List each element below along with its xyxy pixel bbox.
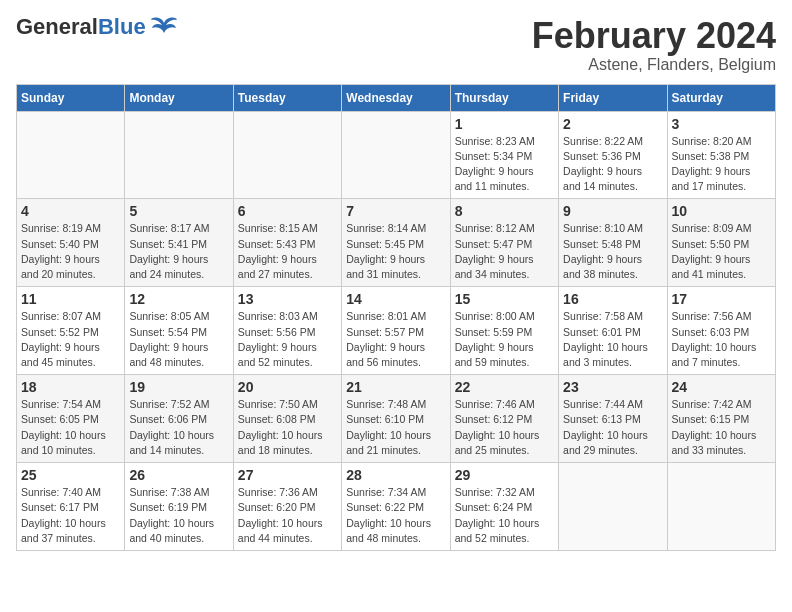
day-info: Sunrise: 7:54 AM Sunset: 6:05 PM Dayligh… (21, 397, 120, 458)
title-block: February 2024 Astene, Flanders, Belgium (532, 16, 776, 74)
day-number: 20 (238, 379, 337, 395)
day-info: Sunrise: 8:07 AM Sunset: 5:52 PM Dayligh… (21, 309, 120, 370)
calendar-cell: 25Sunrise: 7:40 AM Sunset: 6:17 PM Dayli… (17, 463, 125, 551)
logo-text: GeneralBlue (16, 16, 146, 38)
day-info: Sunrise: 8:15 AM Sunset: 5:43 PM Dayligh… (238, 221, 337, 282)
day-info: Sunrise: 7:46 AM Sunset: 6:12 PM Dayligh… (455, 397, 554, 458)
day-number: 4 (21, 203, 120, 219)
calendar-cell: 28Sunrise: 7:34 AM Sunset: 6:22 PM Dayli… (342, 463, 450, 551)
calendar-cell: 10Sunrise: 8:09 AM Sunset: 5:50 PM Dayli… (667, 199, 775, 287)
day-number: 6 (238, 203, 337, 219)
day-info: Sunrise: 8:03 AM Sunset: 5:56 PM Dayligh… (238, 309, 337, 370)
calendar-cell: 22Sunrise: 7:46 AM Sunset: 6:12 PM Dayli… (450, 375, 558, 463)
calendar-week-row: 18Sunrise: 7:54 AM Sunset: 6:05 PM Dayli… (17, 375, 776, 463)
day-number: 8 (455, 203, 554, 219)
calendar-cell (17, 111, 125, 199)
day-info: Sunrise: 7:52 AM Sunset: 6:06 PM Dayligh… (129, 397, 228, 458)
calendar-cell: 2Sunrise: 8:22 AM Sunset: 5:36 PM Daylig… (559, 111, 667, 199)
day-number: 16 (563, 291, 662, 307)
logo: GeneralBlue (16, 16, 178, 38)
calendar-cell: 18Sunrise: 7:54 AM Sunset: 6:05 PM Dayli… (17, 375, 125, 463)
calendar-cell (559, 463, 667, 551)
day-info: Sunrise: 8:09 AM Sunset: 5:50 PM Dayligh… (672, 221, 771, 282)
day-number: 12 (129, 291, 228, 307)
day-number: 5 (129, 203, 228, 219)
column-header-saturday: Saturday (667, 84, 775, 111)
day-info: Sunrise: 8:22 AM Sunset: 5:36 PM Dayligh… (563, 134, 662, 195)
column-header-thursday: Thursday (450, 84, 558, 111)
calendar-cell: 15Sunrise: 8:00 AM Sunset: 5:59 PM Dayli… (450, 287, 558, 375)
calendar-cell (233, 111, 341, 199)
calendar-week-row: 4Sunrise: 8:19 AM Sunset: 5:40 PM Daylig… (17, 199, 776, 287)
calendar-header-row: SundayMondayTuesdayWednesdayThursdayFrid… (17, 84, 776, 111)
calendar-cell (125, 111, 233, 199)
day-number: 13 (238, 291, 337, 307)
day-number: 9 (563, 203, 662, 219)
calendar-cell: 14Sunrise: 8:01 AM Sunset: 5:57 PM Dayli… (342, 287, 450, 375)
calendar-cell: 3Sunrise: 8:20 AM Sunset: 5:38 PM Daylig… (667, 111, 775, 199)
day-info: Sunrise: 7:44 AM Sunset: 6:13 PM Dayligh… (563, 397, 662, 458)
day-number: 28 (346, 467, 445, 483)
day-info: Sunrise: 7:42 AM Sunset: 6:15 PM Dayligh… (672, 397, 771, 458)
calendar-cell: 13Sunrise: 8:03 AM Sunset: 5:56 PM Dayli… (233, 287, 341, 375)
day-number: 25 (21, 467, 120, 483)
calendar-cell: 5Sunrise: 8:17 AM Sunset: 5:41 PM Daylig… (125, 199, 233, 287)
day-number: 24 (672, 379, 771, 395)
logo-blue: Blue (98, 14, 146, 39)
calendar-cell: 7Sunrise: 8:14 AM Sunset: 5:45 PM Daylig… (342, 199, 450, 287)
day-number: 17 (672, 291, 771, 307)
day-number: 11 (21, 291, 120, 307)
day-number: 26 (129, 467, 228, 483)
calendar-cell: 23Sunrise: 7:44 AM Sunset: 6:13 PM Dayli… (559, 375, 667, 463)
day-info: Sunrise: 7:56 AM Sunset: 6:03 PM Dayligh… (672, 309, 771, 370)
calendar-cell (342, 111, 450, 199)
calendar-cell: 4Sunrise: 8:19 AM Sunset: 5:40 PM Daylig… (17, 199, 125, 287)
column-header-monday: Monday (125, 84, 233, 111)
day-info: Sunrise: 8:14 AM Sunset: 5:45 PM Dayligh… (346, 221, 445, 282)
day-number: 2 (563, 116, 662, 132)
day-info: Sunrise: 7:34 AM Sunset: 6:22 PM Dayligh… (346, 485, 445, 546)
calendar-cell: 9Sunrise: 8:10 AM Sunset: 5:48 PM Daylig… (559, 199, 667, 287)
calendar-cell (667, 463, 775, 551)
day-info: Sunrise: 8:17 AM Sunset: 5:41 PM Dayligh… (129, 221, 228, 282)
day-number: 3 (672, 116, 771, 132)
day-number: 29 (455, 467, 554, 483)
calendar-cell: 20Sunrise: 7:50 AM Sunset: 6:08 PM Dayli… (233, 375, 341, 463)
day-number: 18 (21, 379, 120, 395)
day-info: Sunrise: 8:01 AM Sunset: 5:57 PM Dayligh… (346, 309, 445, 370)
day-info: Sunrise: 8:23 AM Sunset: 5:34 PM Dayligh… (455, 134, 554, 195)
day-info: Sunrise: 7:58 AM Sunset: 6:01 PM Dayligh… (563, 309, 662, 370)
day-number: 22 (455, 379, 554, 395)
day-info: Sunrise: 7:50 AM Sunset: 6:08 PM Dayligh… (238, 397, 337, 458)
page-title: February 2024 (532, 16, 776, 56)
calendar-week-row: 1Sunrise: 8:23 AM Sunset: 5:34 PM Daylig… (17, 111, 776, 199)
day-info: Sunrise: 7:36 AM Sunset: 6:20 PM Dayligh… (238, 485, 337, 546)
day-number: 21 (346, 379, 445, 395)
column-header-friday: Friday (559, 84, 667, 111)
day-info: Sunrise: 8:20 AM Sunset: 5:38 PM Dayligh… (672, 134, 771, 195)
calendar-cell: 16Sunrise: 7:58 AM Sunset: 6:01 PM Dayli… (559, 287, 667, 375)
page-header: GeneralBlue February 2024 Astene, Flande… (16, 16, 776, 74)
day-number: 15 (455, 291, 554, 307)
calendar-cell: 6Sunrise: 8:15 AM Sunset: 5:43 PM Daylig… (233, 199, 341, 287)
day-number: 14 (346, 291, 445, 307)
calendar-cell: 1Sunrise: 8:23 AM Sunset: 5:34 PM Daylig… (450, 111, 558, 199)
calendar-cell: 24Sunrise: 7:42 AM Sunset: 6:15 PM Dayli… (667, 375, 775, 463)
page-subtitle: Astene, Flanders, Belgium (532, 56, 776, 74)
logo-bird-icon (150, 15, 178, 37)
calendar-cell: 26Sunrise: 7:38 AM Sunset: 6:19 PM Dayli… (125, 463, 233, 551)
calendar-cell: 19Sunrise: 7:52 AM Sunset: 6:06 PM Dayli… (125, 375, 233, 463)
logo-general: General (16, 14, 98, 39)
day-number: 1 (455, 116, 554, 132)
day-info: Sunrise: 8:00 AM Sunset: 5:59 PM Dayligh… (455, 309, 554, 370)
day-info: Sunrise: 8:19 AM Sunset: 5:40 PM Dayligh… (21, 221, 120, 282)
day-number: 27 (238, 467, 337, 483)
day-number: 19 (129, 379, 228, 395)
day-number: 10 (672, 203, 771, 219)
day-info: Sunrise: 7:38 AM Sunset: 6:19 PM Dayligh… (129, 485, 228, 546)
calendar-cell: 12Sunrise: 8:05 AM Sunset: 5:54 PM Dayli… (125, 287, 233, 375)
calendar-cell: 21Sunrise: 7:48 AM Sunset: 6:10 PM Dayli… (342, 375, 450, 463)
day-info: Sunrise: 7:32 AM Sunset: 6:24 PM Dayligh… (455, 485, 554, 546)
day-info: Sunrise: 8:10 AM Sunset: 5:48 PM Dayligh… (563, 221, 662, 282)
calendar-cell: 17Sunrise: 7:56 AM Sunset: 6:03 PM Dayli… (667, 287, 775, 375)
